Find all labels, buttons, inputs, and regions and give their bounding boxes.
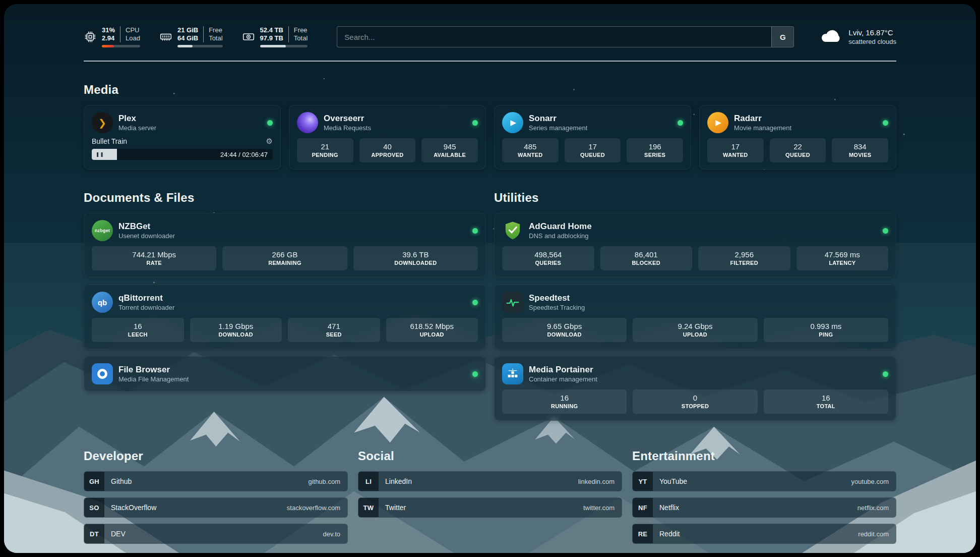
filebrowser-name: File Browser [118,364,189,375]
disk-free-value: 52.4 TB [260,26,283,34]
stat-tile: 22 QUEUED [770,138,826,162]
search-input[interactable] [337,26,794,47]
social-section-title: Social [358,449,622,463]
sonarr-icon: ▶ [502,112,523,133]
media-grid: ❯ Plex Media server Bullet Train ⚙ [84,105,896,170]
speedtest-description: Speedtest Tracking [529,303,585,312]
stat-tile: 9.65 Gbps DOWNLOAD [502,318,627,342]
filebrowser-description: Media File Management [118,375,189,383]
sonarr-card[interactable]: ▶ Sonarr Series management 485 WANTED [494,105,691,170]
disk-total-label: Total [294,34,308,42]
radarr-card[interactable]: ▶ Radarr Movie management 17 WANTED [699,105,896,170]
bookmark-url: youtube.com [851,478,889,485]
nzbget-card[interactable]: nzbget NZBGet Usenet downloader 744.21 M… [84,213,486,277]
stat-tile: 21 PENDING [297,138,353,162]
cpu-chip-icon [84,30,97,43]
stat-tile: 196 SERIES [627,138,683,162]
speedtest-pulse-icon [502,292,523,313]
adguard-card[interactable]: AdGuard Home DNS and adblocking 498,564 … [494,213,896,277]
player-settings-gear-icon[interactable]: ⚙ [266,137,273,146]
bookmark-dev[interactable]: DT DEV dev.to [84,524,348,544]
filebrowser-disc-glyph [97,369,107,379]
bookmark-name: LinkedIn [385,477,412,485]
bookmark-name: YouTube [659,477,687,485]
cloud-icon [820,28,842,45]
stat-tile: 86,401 BLOCKED [600,246,693,270]
github-badge: GH [84,471,104,491]
sonarr-status-dot [678,120,683,126]
section-documents: Documents & Files nzbget NZBGet Usenet d… [84,170,486,428]
disk-total-value: 97.9 TB [260,34,283,42]
stat-tile: 17 WANTED [707,138,764,162]
nzbget-status-dot [472,228,478,234]
stat-tile: 0 STOPPED [633,389,757,414]
bookmark-stackoverflow[interactable]: SO StackOverflow stackoverflow.com [84,497,348,518]
bookmark-youtube[interactable]: YT YouTube youtube.com [632,471,896,491]
plex-card[interactable]: ❯ Plex Media server Bullet Train ⚙ [84,105,281,170]
speedtest-name: Speedtest [529,293,585,303]
bookmark-name: StackOverflow [111,504,156,512]
stat-tile: 0.993 ms PING [764,318,888,342]
overseerr-card[interactable]: Overseerr Media Requests 21 PENDING 40 A… [289,105,486,170]
overseerr-description: Media Requests [324,124,371,132]
stat-tile: 9.24 Gbps UPLOAD [633,318,757,342]
weather-location-temp: Lviv, 16.87°C [848,28,896,37]
media-section-title: Media [84,83,896,97]
portainer-status-dot [883,371,888,377]
disk-usage-bar [260,45,308,47]
portainer-description: Container management [529,375,597,383]
nzbget-description: Usenet downloader [118,232,175,240]
stat-tile: 39.6 TB DOWNLOADED [353,246,478,270]
bookmark-netflix[interactable]: NF Netflix netflix.com [632,497,896,518]
qbittorrent-icon: qb [92,292,113,313]
stat-tile: 834 MOVIES [832,138,888,162]
stat-tile: 40 APPROVED [359,138,416,162]
playback-progress-bar[interactable]: ❚❚ 24:44 / 02:06:47 [92,149,273,160]
adguard-status-dot [883,228,888,234]
cpu-widget: 31% 2.94 CPU Load [84,26,140,47]
stat-tile: 618.52 Mbps UPLOAD [386,318,478,342]
radarr-play-glyph: ▶ [715,118,721,127]
qbittorrent-card[interactable]: qb qBittorrent Torrent downloader 16 LEE… [84,285,486,349]
bookmark-url: twitter.com [583,504,615,512]
netflix-badge: NF [633,497,653,518]
reddit-badge: RE [633,524,653,544]
stat-tile: 1.19 Gbps DOWNLOAD [190,318,282,342]
filebrowser-icon [92,363,113,384]
qbittorrent-name: qBittorrent [118,293,174,303]
search-bar: G [337,26,794,47]
bookmark-name: Netflix [659,504,679,512]
portainer-crane-icon [502,363,523,384]
filebrowser-card[interactable]: File Browser Media File Management [84,356,486,392]
bookmark-github[interactable]: GH Github github.com [84,471,348,491]
plex-name: Plex [118,113,156,124]
stat-tile: 485 WANTED [502,138,559,162]
adguard-description: DNS and adblocking [529,232,592,240]
stat-tile: 744.21 Mbps RATE [92,246,216,270]
plex-now-playing: Bullet Train ⚙ ❚❚ 24:44 / 02:06:47 [92,137,273,160]
search-engine-button[interactable]: G [771,27,793,47]
dashboard-content: 31% 2.94 CPU Load [4,4,976,550]
bookmark-name: Reddit [659,530,680,538]
bookmark-name: Twitter [385,504,406,512]
dev-badge: DT [84,524,104,544]
speedtest-card[interactable]: Speedtest Speedtest Tracking 9.65 Gbps D… [494,285,896,349]
portainer-name: Media Portainer [529,364,597,375]
weather-widget: Lviv, 16.87°C scattered clouds [820,28,896,46]
dashboard-screen: 31% 2.94 CPU Load [4,4,976,553]
overseerr-status-dot [472,120,478,126]
memory-free-value: 21 GiB [177,26,198,34]
stat-tile: 266 GB REMAINING [222,246,347,270]
radarr-status-dot [883,120,888,126]
pause-icon[interactable]: ❚❚ [96,152,104,157]
bookmark-reddit[interactable]: RE Reddit reddit.com [632,524,896,544]
portainer-card[interactable]: Media Portainer Container management 16 … [494,356,896,421]
plex-status-dot [267,120,273,126]
bookmark-twitter[interactable]: TW Twitter twitter.com [358,497,622,518]
bookmark-url: reddit.com [858,530,889,538]
bookmark-linkedin[interactable]: LI LinkedIn linkedin.com [358,471,622,491]
nzbget-logo-text: nzbget [95,228,110,233]
documents-section-title: Documents & Files [84,191,486,205]
stackoverflow-badge: SO [84,497,104,518]
bookmark-name: DEV [111,530,126,538]
